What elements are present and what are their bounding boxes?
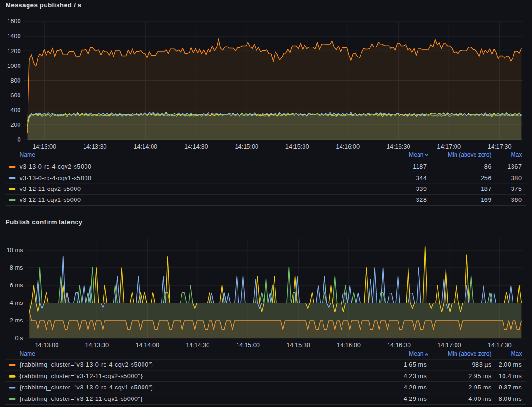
svg-text:{rabbitmq_cluster="v3-12-11-cq: {rabbitmq_cluster="v3-12-11-cqv1-s5000"} — [20, 396, 143, 402]
svg-text:380: 380 — [511, 175, 522, 181]
svg-text:800: 800 — [10, 77, 20, 84]
svg-text:Mean: Mean — [409, 151, 424, 158]
svg-text:4.23 ms: 4.23 ms — [404, 373, 427, 379]
svg-text:14:13:30: 14:13:30 — [83, 143, 107, 150]
svg-text:14:16:00: 14:16:00 — [336, 143, 360, 150]
svg-text:10.4 ms: 10.4 ms — [499, 373, 522, 379]
svg-text:Publish confirm latency: Publish confirm latency — [6, 218, 83, 226]
svg-text:14:13:00: 14:13:00 — [32, 143, 56, 150]
svg-text:14:14:30: 14:14:30 — [186, 341, 209, 349]
svg-text:86: 86 — [484, 163, 492, 170]
svg-text:360: 360 — [511, 197, 522, 203]
svg-text:4.00 ms: 4.00 ms — [468, 396, 492, 402]
svg-text:14:17:00: 14:17:00 — [437, 143, 461, 150]
svg-text:1367: 1367 — [507, 163, 522, 170]
svg-text:1400: 1400 — [7, 32, 20, 39]
svg-text:1187: 1187 — [413, 163, 427, 170]
svg-text:10 ms: 10 ms — [7, 246, 23, 254]
svg-text:8.06 ms: 8.06 ms — [499, 396, 522, 402]
svg-text:9.37 ms: 9.37 ms — [499, 384, 522, 391]
svg-text:6 ms: 6 ms — [10, 282, 23, 289]
svg-text:256: 256 — [481, 175, 492, 181]
svg-text:187: 187 — [481, 186, 492, 192]
svg-text:169: 169 — [481, 197, 492, 203]
svg-text:14:16:30: 14:16:30 — [387, 143, 410, 150]
svg-text:14:17:30: 14:17:30 — [488, 143, 512, 150]
svg-text:Max: Max — [511, 350, 522, 357]
svg-text:983 µs: 983 µs — [472, 361, 492, 368]
svg-text:14:13:00: 14:13:00 — [35, 341, 58, 349]
svg-text:2.00 ms: 2.00 ms — [499, 361, 522, 368]
svg-text:8 ms: 8 ms — [10, 264, 23, 271]
svg-text:0 s: 0 s — [15, 334, 23, 341]
svg-text:339: 339 — [416, 186, 427, 192]
svg-text:14:15:00: 14:15:00 — [235, 143, 258, 150]
svg-text:4.29 ms: 4.29 ms — [404, 384, 427, 391]
svg-text:14:13:30: 14:13:30 — [85, 341, 109, 349]
svg-text:4 ms: 4 ms — [10, 299, 23, 306]
svg-text:328: 328 — [416, 197, 427, 203]
svg-text:400: 400 — [10, 106, 20, 114]
svg-text:{rabbitmq_cluster="v3-13-0-rc-: {rabbitmq_cluster="v3-13-0-rc-4-cqv1-s50… — [20, 384, 153, 391]
svg-text:14:17:00: 14:17:00 — [437, 341, 461, 349]
svg-text:v3-12-11-cqv1-s5000: v3-12-11-cqv1-s5000 — [20, 197, 81, 203]
svg-text:14:16:30: 14:16:30 — [387, 341, 411, 349]
svg-text:344: 344 — [416, 175, 427, 181]
svg-text:1200: 1200 — [7, 47, 20, 55]
svg-text:14:16:00: 14:16:00 — [337, 341, 361, 349]
svg-text:v3-12-11-cqv2-s5000: v3-12-11-cqv2-s5000 — [20, 186, 81, 192]
svg-text:200: 200 — [10, 121, 20, 128]
svg-text:1600: 1600 — [7, 18, 20, 25]
svg-text:{rabbitmq_cluster="v3-13-0-rc-: {rabbitmq_cluster="v3-13-0-rc-4-cqv2-s50… — [20, 361, 153, 368]
svg-text:Name: Name — [20, 350, 36, 357]
svg-text:Max: Max — [511, 151, 522, 158]
svg-text:14:15:30: 14:15:30 — [286, 341, 310, 349]
svg-text:2.95 ms: 2.95 ms — [468, 384, 492, 391]
svg-text:14:17:30: 14:17:30 — [488, 341, 512, 349]
svg-text:Name: Name — [20, 151, 36, 158]
svg-text:14:14:00: 14:14:00 — [133, 143, 157, 150]
svg-text:2 ms: 2 ms — [10, 317, 23, 324]
svg-text:4.29 ms: 4.29 ms — [404, 396, 427, 402]
svg-text:14:14:00: 14:14:00 — [135, 341, 159, 349]
svg-text:14:15:00: 14:15:00 — [236, 341, 260, 349]
svg-text:1.65 ms: 1.65 ms — [404, 361, 427, 368]
svg-text:1000: 1000 — [7, 62, 20, 69]
svg-text:Min (above zero): Min (above zero) — [448, 151, 491, 158]
svg-text:14:14:30: 14:14:30 — [184, 143, 208, 150]
svg-text:Min (above zero): Min (above zero) — [448, 350, 491, 357]
svg-text:{rabbitmq_cluster="v3-12-11-cq: {rabbitmq_cluster="v3-12-11-cqv2-s5000"} — [20, 373, 143, 379]
svg-text:14:15:30: 14:15:30 — [285, 143, 309, 150]
svg-text:375: 375 — [511, 186, 522, 192]
svg-text:600: 600 — [10, 92, 20, 99]
svg-text:v3-13-0-rc-4-cqv2-s5000: v3-13-0-rc-4-cqv2-s5000 — [20, 163, 92, 170]
svg-text:Mean: Mean — [409, 350, 424, 357]
svg-text:Messages published / s: Messages published / s — [6, 1, 82, 9]
svg-text:0: 0 — [17, 136, 20, 143]
svg-text:2.95 ms: 2.95 ms — [468, 373, 492, 379]
svg-text:v3-13-0-rc-4-cqv1-s5000: v3-13-0-rc-4-cqv1-s5000 — [20, 175, 92, 181]
